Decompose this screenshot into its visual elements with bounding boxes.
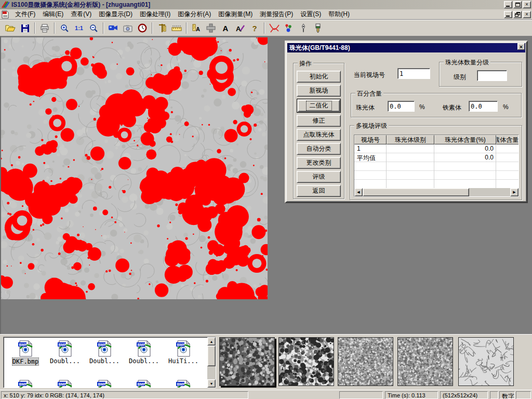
file-name[interactable]: Doubl... [129,357,159,365]
open-file-button[interactable] [4,22,17,34]
thumbnail-3[interactable] [338,337,393,386]
file-item[interactable]: BMP [6,380,45,388]
file-list-scrollbar[interactable]: ▲ ▼ [207,337,216,388]
mdi-restore-button[interactable] [513,11,522,18]
file-name[interactable]: Doubl... [89,357,119,365]
multi-field-group: 多视场评级 视场号 珠光体级别 珠光体含量(%) 铁素体含量(%) 1 0.0 [350,125,522,200]
file-item[interactable]: BMP DKF.bmp [6,340,45,366]
mdi-minimize-button[interactable] [504,11,512,18]
scroll-left-button[interactable]: ◀ [354,188,363,196]
ruler-button[interactable] [170,22,183,34]
thumbnail-5[interactable] [458,337,514,386]
scroll-up-button[interactable]: ▲ [207,337,216,345]
bmp-file-icon: BMP [136,380,152,388]
count-grading-label: 珠光体数量分级 [444,58,490,67]
menu-edit[interactable]: 编辑(E) [39,9,67,20]
file-item[interactable]: BMP [164,380,203,388]
svg-text:BMP: BMP [59,343,67,347]
file-item[interactable]: BMP Doubl... [45,340,85,366]
thumbnail-4[interactable] [397,337,453,386]
thumbnail-2[interactable] [278,337,334,386]
file-list[interactable]: BMP DKF.bmp BMP Doubl... BMP Doubl... BM… [3,337,216,388]
col-ferrite-content[interactable]: 铁素体含量(%) [496,135,519,144]
correct-button[interactable]: 修正 [297,115,341,127]
pointer-pen-button[interactable] [297,22,310,34]
caliper-button[interactable] [155,22,169,34]
new-field-button[interactable]: 新视场 [297,85,341,97]
maximize-button[interactable] [513,1,522,8]
file-name[interactable]: HuiTi... [168,357,198,365]
col-field-number[interactable]: 视场号 [354,135,387,144]
menu-image-analysis[interactable]: 图像分析(A) [174,9,215,20]
binarize-button[interactable]: 二值化 [297,99,341,113]
pick-pearlite-button[interactable]: 点取珠光体 [297,129,341,141]
scroll-down-button[interactable]: ▼ [207,379,216,388]
thumbnail-1[interactable] [219,337,275,386]
table-row[interactable]: 1 0.0 [354,144,518,153]
multi-field-table[interactable]: 视场号 珠光体级别 珠光体含量(%) 铁素体含量(%) 1 0.0 平均值 [354,135,519,197]
help-button[interactable]: ? [248,22,261,34]
change-class-button[interactable]: 更改类别 [297,157,341,169]
annotate-button[interactable]: A [233,22,247,34]
initialize-button[interactable]: 初始化 [297,71,341,83]
menu-help[interactable]: 帮助(H) [325,9,353,20]
menu-view[interactable]: 查看(V) [67,9,95,20]
menu-file[interactable]: 文件(F) [11,9,39,20]
minimize-button[interactable] [504,1,512,8]
file-name[interactable]: DKF.bmp [12,357,39,366]
actual-size-button[interactable]: 1:1 [72,22,86,34]
fill-brush-icon [314,23,322,33]
zoom-in-button[interactable] [58,22,71,34]
file-item[interactable]: BMP Doubl... [85,340,124,366]
col-pearlite-grade[interactable]: 珠光体级别 [387,135,434,144]
fill-brush-button[interactable] [311,22,325,34]
table-horizontal-scrollbar[interactable]: ◀ ▶ [354,188,518,196]
rate-button[interactable]: 评级 [297,171,341,183]
col-pearlite-content[interactable]: 珠光体含量(%) [434,135,496,144]
dialog-title-bar[interactable]: 珠光体(GB/T9441-88) [287,43,525,52]
snapshot-button[interactable] [121,22,135,34]
return-button[interactable]: 返回 [297,185,341,197]
dialog-close-button[interactable]: × [517,43,525,50]
zoom-out-button[interactable] [87,22,100,34]
mdi-close-button[interactable]: × [523,11,531,18]
scrollbar-thumb[interactable] [207,345,216,366]
maximize-icon [515,3,520,7]
stitch-button[interactable] [204,22,218,34]
grade-level-input[interactable] [477,70,507,81]
annotate-icon: A [235,24,245,33]
menu-settings[interactable]: 设置(S) [297,9,325,20]
file-item[interactable]: BMP HuiTi... [164,340,203,366]
video-capture-button[interactable] [107,22,120,34]
menu-report[interactable]: 测量报告(P) [256,9,297,20]
pearlite-pct-input[interactable] [388,101,415,112]
file-name[interactable]: Doubl... [50,357,80,365]
metallograph-canvas[interactable] [1,37,268,299]
table-row[interactable]: 平均值 0.0 [354,153,518,162]
save-button[interactable] [18,22,32,34]
table-body: 1 0.0 平均值 0.0 [354,144,518,188]
file-item[interactable]: BMP [45,380,85,388]
scroll-right-button[interactable]: ▶ [510,188,518,196]
file-item[interactable]: BMP [85,380,124,388]
print-button[interactable] [38,22,51,34]
help-icon: ? [252,24,257,33]
close-button[interactable]: × [523,1,531,8]
menu-image-measure[interactable]: 图像测量(M) [215,9,256,20]
empty-panel [516,391,531,399]
file-item[interactable]: BMP [124,380,164,388]
file-item[interactable]: BMP Doubl... [124,340,164,366]
timer-button[interactable] [136,22,149,34]
measure-label-button[interactable]: A [190,22,203,34]
classify-points-button[interactable] [282,22,296,34]
scrollbar-thumb[interactable] [363,188,469,196]
svg-text:BMP: BMP [138,343,146,347]
menu-image-process[interactable]: 图像处理(I) [136,9,174,20]
ferrite-pct-input[interactable] [469,101,498,112]
current-field-input[interactable] [397,68,430,79]
actual-size-icon: 1:1 [75,25,83,31]
menu-image-display[interactable]: 图像显示(D) [95,9,136,20]
spline-curve-button[interactable] [268,22,281,34]
text-tool-button[interactable]: A [219,22,232,34]
auto-classify-button[interactable]: 自动分类 [297,143,341,155]
